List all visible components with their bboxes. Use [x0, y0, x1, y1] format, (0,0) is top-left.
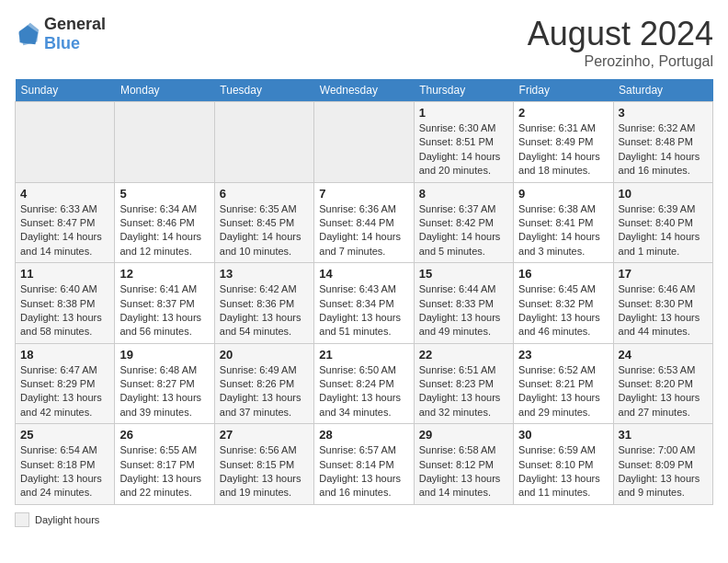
day-number: 31	[619, 428, 708, 442]
day-number: 4	[20, 187, 109, 201]
day-number: 29	[419, 428, 508, 442]
calendar-day-cell: 6Sunrise: 6:35 AMSunset: 8:45 PMDaylight…	[214, 182, 313, 263]
logo-text: General Blue	[44, 15, 106, 53]
day-info: Sunrise: 6:41 AMSunset: 8:37 PMDaylight:…	[119, 282, 209, 339]
calendar-day-cell: 11Sunrise: 6:40 AMSunset: 8:38 PMDayligh…	[16, 263, 115, 344]
day-info: Sunrise: 6:57 AMSunset: 8:14 PMDaylight:…	[319, 443, 408, 500]
day-info: Sunrise: 7:00 AMSunset: 8:09 PMDaylight:…	[619, 443, 708, 500]
calendar-day-cell: 8Sunrise: 6:37 AMSunset: 8:42 PMDaylight…	[414, 182, 513, 263]
day-number: 11	[20, 267, 109, 281]
header-row: SundayMondayTuesdayWednesdayThursdayFrid…	[16, 79, 713, 102]
day-info: Sunrise: 6:52 AMSunset: 8:21 PMDaylight:…	[518, 363, 608, 420]
day-number: 2	[518, 106, 608, 120]
calendar-day-cell: 4Sunrise: 6:33 AMSunset: 8:47 PMDaylight…	[16, 182, 115, 263]
day-number: 30	[518, 428, 608, 442]
day-number: 7	[319, 187, 408, 201]
day-info: Sunrise: 6:44 AMSunset: 8:33 PMDaylight:…	[419, 282, 508, 339]
day-number: 5	[119, 187, 209, 201]
day-of-week-header: Saturday	[613, 79, 712, 102]
day-info: Sunrise: 6:33 AMSunset: 8:47 PMDaylight:…	[20, 202, 109, 259]
day-info: Sunrise: 6:51 AMSunset: 8:23 PMDaylight:…	[419, 363, 508, 420]
day-number: 20	[220, 348, 309, 362]
day-info: Sunrise: 6:36 AMSunset: 8:44 PMDaylight:…	[319, 202, 408, 259]
calendar-week-row: 25Sunrise: 6:54 AMSunset: 8:18 PMDayligh…	[16, 424, 713, 505]
day-of-week-header: Monday	[115, 79, 214, 102]
calendar-day-cell: 7Sunrise: 6:36 AMSunset: 8:44 PMDaylight…	[314, 182, 414, 263]
calendar-day-cell: 15Sunrise: 6:44 AMSunset: 8:33 PMDayligh…	[414, 263, 513, 344]
day-number: 26	[119, 428, 209, 442]
day-info: Sunrise: 6:55 AMSunset: 8:17 PMDaylight:…	[119, 443, 209, 500]
logo: General Blue	[15, 15, 106, 53]
calendar-day-cell: 3Sunrise: 6:32 AMSunset: 8:48 PMDaylight…	[613, 102, 712, 183]
month-year-title: August 2024	[528, 15, 713, 53]
calendar-day-cell	[214, 102, 313, 183]
legend-box	[15, 512, 29, 527]
calendar-day-cell: 9Sunrise: 6:38 AMSunset: 8:41 PMDaylight…	[514, 182, 613, 263]
day-number: 23	[518, 348, 608, 362]
calendar-day-cell: 26Sunrise: 6:55 AMSunset: 8:17 PMDayligh…	[115, 424, 214, 505]
day-of-week-header: Thursday	[414, 79, 513, 102]
day-info: Sunrise: 6:58 AMSunset: 8:12 PMDaylight:…	[419, 443, 508, 500]
calendar-day-cell	[314, 102, 414, 183]
day-info: Sunrise: 6:32 AMSunset: 8:48 PMDaylight:…	[619, 121, 708, 178]
calendar-day-cell: 31Sunrise: 7:00 AMSunset: 8:09 PMDayligh…	[613, 424, 712, 505]
day-number: 1	[419, 106, 508, 120]
day-info: Sunrise: 6:59 AMSunset: 8:10 PMDaylight:…	[518, 443, 608, 500]
day-info: Sunrise: 6:45 AMSunset: 8:32 PMDaylight:…	[518, 282, 608, 339]
calendar-day-cell: 25Sunrise: 6:54 AMSunset: 8:18 PMDayligh…	[16, 424, 115, 505]
calendar-day-cell: 28Sunrise: 6:57 AMSunset: 8:14 PMDayligh…	[314, 424, 414, 505]
day-info: Sunrise: 6:54 AMSunset: 8:18 PMDaylight:…	[20, 443, 109, 500]
day-number: 13	[220, 267, 309, 281]
calendar-day-cell: 29Sunrise: 6:58 AMSunset: 8:12 PMDayligh…	[414, 424, 513, 505]
calendar-week-row: 18Sunrise: 6:47 AMSunset: 8:29 PMDayligh…	[16, 343, 713, 424]
day-info: Sunrise: 6:47 AMSunset: 8:29 PMDaylight:…	[20, 363, 109, 420]
day-number: 12	[119, 267, 209, 281]
day-info: Sunrise: 6:37 AMSunset: 8:42 PMDaylight:…	[419, 202, 508, 259]
day-number: 18	[20, 348, 109, 362]
day-info: Sunrise: 6:56 AMSunset: 8:15 PMDaylight:…	[220, 443, 309, 500]
calendar-day-cell: 21Sunrise: 6:50 AMSunset: 8:24 PMDayligh…	[314, 343, 414, 424]
logo-general: General	[44, 15, 106, 33]
day-info: Sunrise: 6:34 AMSunset: 8:46 PMDaylight:…	[119, 202, 209, 259]
day-number: 15	[419, 267, 508, 281]
day-info: Sunrise: 6:46 AMSunset: 8:30 PMDaylight:…	[619, 282, 708, 339]
location-subtitle: Perozinho, Portugal	[528, 53, 713, 70]
day-number: 10	[619, 187, 708, 201]
day-number: 19	[119, 348, 209, 362]
calendar-day-cell: 23Sunrise: 6:52 AMSunset: 8:21 PMDayligh…	[514, 343, 613, 424]
calendar-day-cell: 24Sunrise: 6:53 AMSunset: 8:20 PMDayligh…	[613, 343, 712, 424]
day-of-week-header: Wednesday	[314, 79, 414, 102]
day-info: Sunrise: 6:39 AMSunset: 8:40 PMDaylight:…	[619, 202, 708, 259]
day-info: Sunrise: 6:38 AMSunset: 8:41 PMDaylight:…	[518, 202, 608, 259]
day-info: Sunrise: 6:53 AMSunset: 8:20 PMDaylight:…	[619, 363, 708, 420]
logo-icon	[15, 21, 40, 47]
calendar-day-cell: 20Sunrise: 6:49 AMSunset: 8:26 PMDayligh…	[214, 343, 313, 424]
calendar-day-cell: 19Sunrise: 6:48 AMSunset: 8:27 PMDayligh…	[115, 343, 214, 424]
day-number: 3	[619, 106, 708, 120]
day-number: 27	[220, 428, 309, 442]
day-info: Sunrise: 6:35 AMSunset: 8:45 PMDaylight:…	[220, 202, 309, 259]
calendar-day-cell: 13Sunrise: 6:42 AMSunset: 8:36 PMDayligh…	[214, 263, 313, 344]
calendar-week-row: 4Sunrise: 6:33 AMSunset: 8:47 PMDaylight…	[16, 182, 713, 263]
day-of-week-header: Tuesday	[214, 79, 313, 102]
calendar-day-cell: 18Sunrise: 6:47 AMSunset: 8:29 PMDayligh…	[16, 343, 115, 424]
calendar-day-cell	[115, 102, 214, 183]
logo-blue: Blue	[44, 34, 80, 52]
day-number: 24	[619, 348, 708, 362]
day-number: 8	[419, 187, 508, 201]
day-number: 28	[319, 428, 408, 442]
day-number: 6	[220, 187, 309, 201]
day-info: Sunrise: 6:30 AMSunset: 8:51 PMDaylight:…	[419, 121, 508, 178]
calendar-table: SundayMondayTuesdayWednesdayThursdayFrid…	[15, 79, 713, 505]
calendar-day-cell: 22Sunrise: 6:51 AMSunset: 8:23 PMDayligh…	[414, 343, 513, 424]
day-info: Sunrise: 6:43 AMSunset: 8:34 PMDaylight:…	[319, 282, 408, 339]
calendar-week-row: 1Sunrise: 6:30 AMSunset: 8:51 PMDaylight…	[16, 102, 713, 183]
day-info: Sunrise: 6:49 AMSunset: 8:26 PMDaylight:…	[220, 363, 309, 420]
day-info: Sunrise: 6:40 AMSunset: 8:38 PMDaylight:…	[20, 282, 109, 339]
calendar-day-cell: 1Sunrise: 6:30 AMSunset: 8:51 PMDaylight…	[414, 102, 513, 183]
day-info: Sunrise: 6:42 AMSunset: 8:36 PMDaylight:…	[220, 282, 309, 339]
calendar-week-row: 11Sunrise: 6:40 AMSunset: 8:38 PMDayligh…	[16, 263, 713, 344]
day-of-week-header: Friday	[514, 79, 613, 102]
calendar-day-cell: 30Sunrise: 6:59 AMSunset: 8:10 PMDayligh…	[514, 424, 613, 505]
day-number: 22	[419, 348, 508, 362]
